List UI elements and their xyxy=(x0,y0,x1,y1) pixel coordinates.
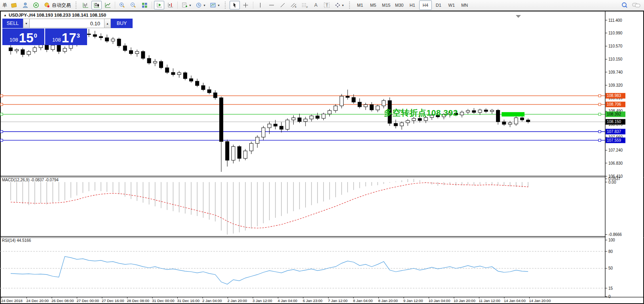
svg-text:107.240: 107.240 xyxy=(608,148,623,152)
dropdown-caret: ▼ xyxy=(342,4,344,7)
volume-increase-button[interactable]: ▲ xyxy=(104,19,111,28)
price-axis[interactable]: 111.400110.990110.570110.150109.740109.3… xyxy=(605,11,643,299)
timeframe-d1[interactable]: D1 xyxy=(432,0,445,10)
svg-text:31 Dec 16:00: 31 Dec 16:00 xyxy=(177,298,200,303)
svg-text:8 Jan 20:00: 8 Jan 20:00 xyxy=(378,298,398,303)
navigator-icon[interactable] xyxy=(20,1,30,10)
line-chart-icon[interactable] xyxy=(103,1,113,10)
annotation-text[interactable]: 多空转折点108.392 xyxy=(384,107,458,118)
arrows-tool[interactable]: ▼ xyxy=(333,1,346,10)
macd-label: MACD(12,26,9) -0.0837 -0.0794 xyxy=(2,178,59,182)
horizontal-line-tool[interactable] xyxy=(266,1,277,10)
svg-text:9 Jan 12:00: 9 Jan 12:00 xyxy=(403,298,423,303)
svg-text:110.990: 110.990 xyxy=(608,31,623,35)
periods-button[interactable]: ▼ xyxy=(194,1,207,10)
timeframe-w1[interactable]: W1 xyxy=(445,0,458,10)
timeframe-m15[interactable]: M15 xyxy=(380,0,393,10)
dropdown-caret: ▼ xyxy=(189,4,192,7)
hline-handle[interactable] xyxy=(0,95,3,97)
timeframe-m5[interactable]: M5 xyxy=(367,0,380,10)
timeframe-h4[interactable]: H4 xyxy=(419,0,432,10)
svg-text:27 Dec 00:00: 27 Dec 00:00 xyxy=(77,298,99,303)
svg-text:24 Dec 20:00: 24 Dec 20:00 xyxy=(27,298,49,303)
toolbar-separator xyxy=(253,2,253,9)
volume-input[interactable] xyxy=(30,19,104,28)
text-label-tool[interactable]: T xyxy=(322,1,332,10)
candlesticks xyxy=(9,29,530,172)
hline-handle[interactable] xyxy=(0,103,3,106)
buy-button[interactable]: BUY xyxy=(111,19,133,28)
toolbar-grip xyxy=(76,2,78,9)
svg-text:10 Jan 20:00: 10 Jan 20:00 xyxy=(454,298,475,303)
auto-scroll-icon[interactable] xyxy=(154,1,164,10)
clock-icon xyxy=(196,2,202,8)
trendline-tool[interactable] xyxy=(277,1,288,10)
svg-text:E: E xyxy=(295,6,296,8)
autotrading-icon xyxy=(44,2,51,8)
dropdown-caret: ▼ xyxy=(217,4,220,7)
tile-windows-icon[interactable] xyxy=(139,1,150,10)
chat-icon[interactable] xyxy=(631,1,642,10)
hline-handle[interactable] xyxy=(598,103,601,106)
cursor-tool[interactable] xyxy=(230,1,240,10)
sell-price-pips: 15 xyxy=(19,32,34,44)
rsi-line xyxy=(11,256,528,284)
timeframe-m30[interactable]: M30 xyxy=(393,0,406,10)
chart-canvas: 111.400110.990110.570110.150109.740109.3… xyxy=(0,0,644,304)
market-watch-icon[interactable] xyxy=(9,1,19,10)
candlestick-chart-icon[interactable] xyxy=(91,1,102,10)
svg-text:0.00: 0.00 xyxy=(608,180,616,184)
buy-price-point: 3 xyxy=(77,32,80,39)
crosshair-tool[interactable] xyxy=(241,1,251,10)
buy-price-box[interactable]: 108 17 3 xyxy=(45,28,87,45)
timeframe-m1[interactable]: M1 xyxy=(354,0,367,10)
timeframe-h1[interactable]: H1 xyxy=(406,0,419,10)
volume-decrease-button[interactable]: ▼ xyxy=(23,19,30,28)
svg-text:50: 50 xyxy=(608,266,613,270)
zoom-in-icon[interactable] xyxy=(117,1,127,10)
svg-text:F: F xyxy=(306,6,308,8)
toolbar-grip xyxy=(225,2,227,9)
svg-text:14 Jan 20:00: 14 Jan 20:00 xyxy=(529,298,551,303)
rsi-pane xyxy=(0,251,605,288)
vertical-line-tool[interactable] xyxy=(255,1,266,10)
timeframe-mn[interactable]: MN xyxy=(458,0,471,10)
chart-title: USDJPY-,H4 108.193 108.233 108.141 108.1… xyxy=(9,13,106,17)
sell-button[interactable]: SELL xyxy=(2,19,23,28)
hline-handle[interactable] xyxy=(598,130,601,133)
green-box-object[interactable] xyxy=(502,112,524,116)
hline-handle[interactable] xyxy=(0,113,3,116)
fibonacci-tool[interactable]: F xyxy=(300,1,310,10)
bar-shift-marker-icon[interactable] xyxy=(516,15,521,18)
signal-icon[interactable] xyxy=(31,1,41,10)
svg-text:T: T xyxy=(325,3,328,8)
svg-text:109.320: 109.320 xyxy=(608,83,623,87)
toolbar: 单 自动交易 ▼ ▼ ▼ E F A T ▼ M1M5M15M30H1H4D1W… xyxy=(0,0,644,11)
hline-handle[interactable] xyxy=(598,95,601,97)
indicators-button[interactable]: ▼ xyxy=(180,1,193,10)
hline-handle[interactable] xyxy=(0,130,3,133)
hline-handle[interactable] xyxy=(598,113,601,116)
time-axis[interactable]: 24 Dec 201824 Dec 20:0026 Dec 08:0027 De… xyxy=(1,297,551,303)
autotrading-button[interactable]: 自动交易 xyxy=(42,1,72,10)
svg-text:107.559: 107.559 xyxy=(607,138,621,142)
svg-text:24 Dec 2018: 24 Dec 2018 xyxy=(1,298,23,303)
svg-text:109.740: 109.740 xyxy=(608,70,623,74)
text-tool[interactable]: A xyxy=(311,1,321,10)
equidistant-channel-tool[interactable]: E xyxy=(289,1,299,10)
bar-chart-icon[interactable] xyxy=(80,1,91,10)
svg-text:107.837: 107.837 xyxy=(607,129,621,134)
templates-button[interactable]: ▼ xyxy=(208,1,222,10)
hline-handle[interactable] xyxy=(0,139,3,141)
toolbar-grip xyxy=(349,2,351,9)
chart-shift-icon[interactable] xyxy=(165,1,175,10)
collapse-arrow-icon[interactable]: ▲ xyxy=(4,13,7,17)
svg-text:15: 15 xyxy=(608,286,613,291)
zoom-out-icon[interactable] xyxy=(128,1,139,10)
hline-handle[interactable] xyxy=(598,139,601,141)
svg-text:106.830: 106.830 xyxy=(608,161,623,165)
search-icon[interactable] xyxy=(619,1,630,10)
new-order-button[interactable]: 单 xyxy=(2,2,8,9)
sell-price-box[interactable]: 108 15 0 xyxy=(2,28,44,45)
toolbar-separator xyxy=(177,2,178,9)
